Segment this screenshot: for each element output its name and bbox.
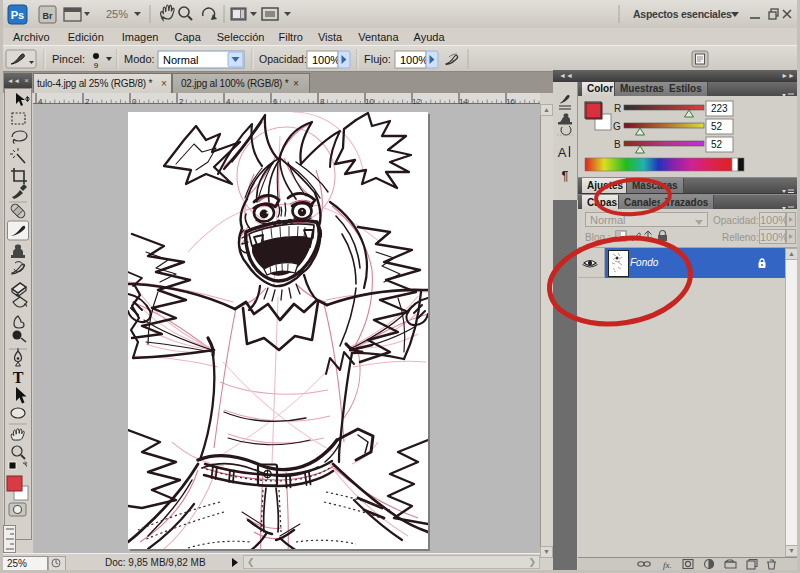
svg-text:A: A bbox=[558, 145, 567, 160]
svg-text:Pincel:: Pincel: bbox=[52, 53, 85, 65]
svg-text:100%: 100% bbox=[400, 54, 428, 66]
svg-text:Br: Br bbox=[42, 11, 52, 21]
svg-text:9: 9 bbox=[94, 61, 99, 70]
svg-text:R: R bbox=[614, 103, 621, 114]
svg-text:Ps: Ps bbox=[11, 9, 24, 21]
svg-text:¶: ¶ bbox=[562, 168, 569, 183]
svg-text:Opacidad:: Opacidad: bbox=[259, 53, 307, 65]
svg-text:G: G bbox=[613, 121, 621, 132]
svg-text:Flujo:: Flujo: bbox=[364, 53, 391, 65]
svg-text:B: B bbox=[614, 139, 621, 150]
svg-text:100%: 100% bbox=[312, 54, 340, 66]
svg-text:223: 223 bbox=[711, 103, 728, 114]
svg-text:T: T bbox=[13, 369, 24, 386]
svg-text:Modo:: Modo: bbox=[124, 53, 155, 65]
svg-text:fx.: fx. bbox=[663, 560, 672, 570]
svg-text:25%: 25% bbox=[106, 8, 128, 20]
svg-text:52: 52 bbox=[711, 139, 723, 150]
svg-text:Normal: Normal bbox=[163, 54, 198, 66]
svg-text:52: 52 bbox=[711, 121, 723, 132]
